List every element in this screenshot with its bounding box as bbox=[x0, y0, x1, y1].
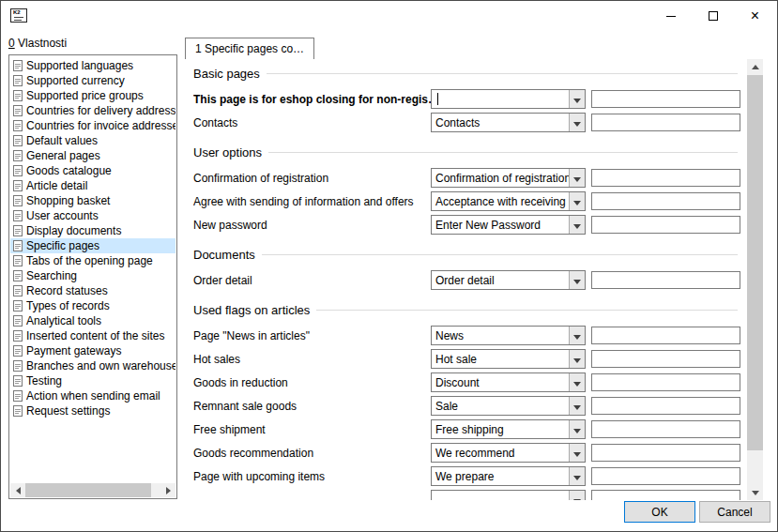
group-divider bbox=[267, 73, 738, 74]
vertical-scrollbar[interactable] bbox=[747, 59, 763, 500]
chevron-down-icon[interactable] bbox=[569, 327, 585, 344]
tab-specific-pages[interactable]: 1 Specific pages co… bbox=[185, 38, 314, 59]
ok-button[interactable]: OK bbox=[624, 501, 695, 523]
sidebar-item-supported-price-groups[interactable]: Supported price groups bbox=[10, 88, 175, 103]
field-new-password[interactable] bbox=[591, 216, 740, 234]
field-agree-information-offers[interactable] bbox=[591, 192, 740, 210]
document-icon bbox=[13, 300, 23, 312]
sidebar-item-analytical-tools[interactable]: Analytical tools bbox=[10, 313, 175, 328]
combo-new-password[interactable]: Enter New Password bbox=[431, 215, 586, 235]
chevron-down-icon[interactable] bbox=[569, 90, 585, 108]
field-upcoming-items[interactable] bbox=[591, 467, 740, 485]
form-row: This page is for eshop closing for non-r… bbox=[193, 87, 747, 111]
chevron-down-icon[interactable] bbox=[569, 397, 585, 415]
sidebar-item-display-documents[interactable]: Display documents bbox=[10, 223, 175, 238]
combo-upcoming-items[interactable]: We prepare bbox=[431, 466, 586, 486]
chevron-down-icon[interactable] bbox=[569, 491, 585, 500]
form-row: Goods recommendation We recommend bbox=[193, 441, 747, 464]
combo-confirmation-of-registration[interactable]: Confirmation of registration bbox=[431, 168, 586, 188]
combo-free-shipment[interactable]: Free shipping bbox=[431, 419, 586, 439]
combo-order-detail[interactable]: Order detail bbox=[431, 270, 586, 290]
field-remnant-sale-goods[interactable] bbox=[591, 397, 740, 415]
dropdown-arrow-icon bbox=[573, 201, 581, 205]
combo-clipped[interactable] bbox=[431, 490, 586, 500]
field-clipped[interactable] bbox=[591, 490, 740, 500]
sidebar-item-general-pages[interactable]: General pages bbox=[10, 148, 175, 163]
sidebar-item-article-detail[interactable]: Article detail bbox=[10, 178, 175, 193]
sidebar-item-goods-catalogue[interactable]: Goods catalogue bbox=[10, 163, 175, 178]
sidebar-item-action-sending-email[interactable]: Action when sending email bbox=[10, 388, 175, 403]
combo-remnant-sale-goods[interactable]: Sale bbox=[431, 396, 586, 416]
sidebar-item-shopping-basket[interactable]: Shopping basket bbox=[10, 193, 175, 208]
cancel-button-label: Cancel bbox=[717, 506, 752, 519]
cancel-button[interactable]: Cancel bbox=[699, 501, 770, 523]
chevron-down-icon[interactable] bbox=[569, 467, 585, 485]
sidebar-item-searching[interactable]: Searching bbox=[10, 268, 175, 283]
sidebar-item-inserted-content-sites[interactable]: Inserted content of the sites bbox=[10, 328, 175, 343]
minimize-button[interactable] bbox=[649, 2, 692, 30]
field-eshop-closing-page[interactable] bbox=[591, 90, 740, 108]
dropdown-arrow-icon bbox=[573, 382, 581, 387]
sidebar-item-label: Tabs of the opening page bbox=[26, 254, 153, 267]
row-label: Confirmation of registration bbox=[193, 172, 431, 185]
combo-contacts[interactable]: Contacts bbox=[431, 113, 586, 132]
field-contacts[interactable] bbox=[591, 114, 740, 131]
scroll-right-button[interactable] bbox=[160, 483, 175, 497]
combo-goods-in-reduction[interactable]: Discount bbox=[431, 372, 586, 392]
sidebar-item-supported-currency[interactable]: Supported currency bbox=[10, 73, 175, 88]
titlebar: K2 × bbox=[1, 1, 777, 31]
field-hot-sales[interactable] bbox=[591, 350, 740, 368]
chevron-down-icon[interactable] bbox=[569, 169, 585, 187]
document-icon bbox=[13, 180, 23, 191]
sidebar-item-countries-invoice-addresses[interactable]: Countries for invoice addresse bbox=[10, 118, 175, 133]
chevron-down-icon[interactable] bbox=[569, 350, 585, 368]
sidebar-item-branches-warehouses[interactable]: Branches and own warehouses bbox=[10, 358, 175, 373]
combo-eshop-closing-page[interactable] bbox=[431, 89, 586, 109]
group-title: Basic pages bbox=[193, 67, 260, 81]
sidebar-item-user-accounts[interactable]: User accounts bbox=[10, 208, 175, 223]
settings-pane: Basic pages This page is for eshop closi… bbox=[185, 59, 747, 500]
form-row: Free shipment Free shipping bbox=[193, 418, 747, 441]
combo-agree-information-offers[interactable]: Acceptance with receiving N bbox=[431, 191, 586, 211]
field-order-detail[interactable] bbox=[591, 271, 740, 289]
document-icon bbox=[13, 405, 23, 417]
vertical-scrollbar-thumb[interactable] bbox=[747, 75, 763, 450]
maximize-button[interactable] bbox=[692, 2, 734, 30]
combo-news-in-articles[interactable]: News bbox=[431, 326, 586, 345]
sidebar-item-types-of-records[interactable]: Types of records bbox=[10, 298, 175, 313]
sidebar-item-specific-pages[interactable]: Specific pages bbox=[10, 238, 175, 253]
chevron-down-icon[interactable] bbox=[569, 271, 585, 289]
field-news-in-articles[interactable] bbox=[591, 327, 740, 344]
chevron-down-icon[interactable] bbox=[569, 444, 585, 462]
field-confirmation-of-registration[interactable] bbox=[591, 169, 740, 187]
horizontal-scrollbar-thumb[interactable] bbox=[25, 483, 151, 497]
sidebar-item-countries-delivery-addresses[interactable]: Countries for delivery addresse bbox=[10, 103, 175, 118]
close-button[interactable]: × bbox=[734, 2, 776, 30]
scroll-up-button[interactable] bbox=[747, 59, 763, 74]
sidebar-item-supported-languages[interactable]: Supported languages bbox=[10, 58, 175, 73]
combo-value: Enter New Password bbox=[432, 216, 569, 234]
chevron-down-icon[interactable] bbox=[569, 216, 585, 234]
form-row: Remnant sale goods Sale bbox=[193, 394, 747, 418]
chevron-down-icon[interactable] bbox=[569, 373, 585, 391]
combo-goods-recommendation[interactable]: We recommend bbox=[431, 443, 586, 463]
horizontal-scrollbar[interactable] bbox=[10, 483, 175, 497]
combo-hot-sales[interactable]: Hot sale bbox=[431, 349, 586, 369]
chevron-down-icon[interactable] bbox=[569, 114, 585, 131]
sidebar-item-record-statuses[interactable]: Record statuses bbox=[10, 283, 175, 298]
dropdown-arrow-icon bbox=[573, 280, 581, 284]
field-goods-in-reduction[interactable] bbox=[591, 373, 740, 391]
sidebar-item-tabs-opening-page[interactable]: Tabs of the opening page bbox=[10, 253, 175, 268]
group-divider bbox=[262, 254, 738, 255]
scroll-left-button[interactable] bbox=[10, 483, 25, 497]
sidebar-item-testing[interactable]: Testing bbox=[10, 373, 175, 388]
scroll-down-button[interactable] bbox=[747, 485, 763, 500]
sidebar-item-payment-gateways[interactable]: Payment gateways bbox=[10, 343, 175, 358]
sidebar-item-request-settings[interactable]: Request settings bbox=[10, 403, 175, 418]
field-free-shipment[interactable] bbox=[591, 420, 740, 438]
dropdown-arrow-icon bbox=[573, 358, 581, 363]
sidebar-item-default-values[interactable]: Default values bbox=[10, 133, 175, 148]
chevron-down-icon[interactable] bbox=[569, 420, 585, 438]
field-goods-recommendation[interactable] bbox=[591, 444, 740, 462]
chevron-down-icon[interactable] bbox=[569, 192, 585, 210]
